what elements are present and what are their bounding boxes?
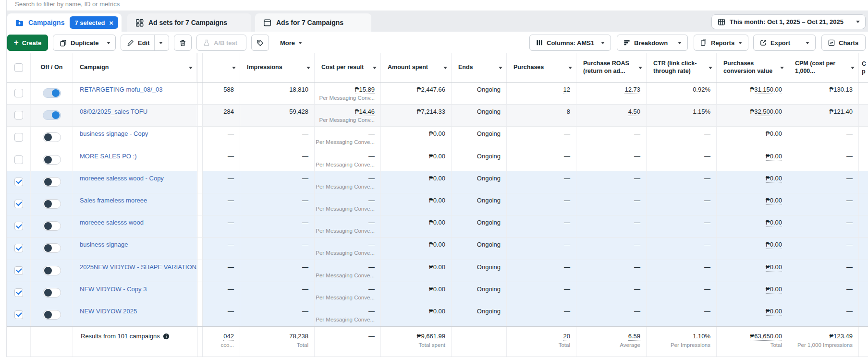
campaign-name-link[interactable]: MORE SALES PO :) bbox=[80, 153, 136, 160]
campaign-name-link[interactable]: RETARGETING mofu_08/_03 bbox=[80, 86, 162, 93]
column-header-reach-partial[interactable] bbox=[203, 53, 240, 82]
caret-down-icon bbox=[601, 42, 605, 44]
column-header-cpm[interactable]: CPM (cost per 1,000... bbox=[788, 53, 859, 82]
duplicate-button[interactable]: Duplicate bbox=[53, 35, 116, 51]
campaign-toggle[interactable] bbox=[43, 199, 61, 209]
campaign-toggle[interactable] bbox=[43, 266, 61, 275]
cell-value: — bbox=[228, 308, 234, 315]
row-checkbox[interactable] bbox=[14, 200, 23, 208]
campaign-name-link[interactable]: Sales frameless moreee bbox=[80, 197, 147, 204]
info-icon[interactable] bbox=[163, 333, 170, 340]
cell-subtext: Per Messaging Conve... bbox=[315, 250, 375, 256]
charts-label: Charts bbox=[839, 39, 858, 47]
cell-subtext: Per Messaging Conv... bbox=[315, 95, 375, 101]
campaign-name-link[interactable]: business signage - Copy bbox=[80, 130, 148, 137]
column-header-amount-spent[interactable]: Amount spent bbox=[381, 53, 452, 82]
table-row: Sales frameless moreee———Per Messaging C… bbox=[7, 193, 868, 215]
reports-label: Reports bbox=[711, 39, 734, 47]
row-checkbox[interactable] bbox=[14, 222, 23, 230]
cell-value: — bbox=[302, 219, 308, 226]
search-placeholder: Search to filter by name, ID or metrics bbox=[15, 0, 120, 8]
cell-value: — bbox=[368, 308, 375, 315]
campaign-name-link[interactable]: NEW VIDYOW - Copy 3 bbox=[80, 286, 147, 293]
clear-selection-icon[interactable]: × bbox=[109, 19, 113, 26]
trash-icon bbox=[179, 39, 187, 47]
column-header-cost-per-result[interactable]: Cost per result bbox=[315, 53, 381, 82]
row-checkbox[interactable] bbox=[14, 111, 23, 119]
campaign-name-link[interactable]: 2025NEW VIDYOW - SHAPE VARIATIONS E... bbox=[80, 263, 197, 271]
campaign-name-link[interactable]: moreeee salesss wood - Copy bbox=[80, 175, 164, 182]
campaign-toggle[interactable] bbox=[43, 288, 61, 298]
columns-button[interactable]: Columns: AMS1 bbox=[529, 35, 611, 51]
column-header-purchases[interactable]: Purchases bbox=[507, 53, 576, 82]
row-checkbox[interactable] bbox=[14, 288, 23, 297]
column-header-campaign[interactable]: Campaign bbox=[73, 53, 197, 82]
sort-caret-icon bbox=[443, 67, 447, 69]
row-checkbox[interactable] bbox=[14, 310, 23, 319]
cell-value: 588 bbox=[223, 86, 234, 93]
export-button[interactable]: Export bbox=[753, 35, 816, 51]
frozen-pane-divider bbox=[197, 282, 203, 304]
cell-value: ₱7,214.33 bbox=[417, 108, 445, 115]
campaign-toggle[interactable] bbox=[43, 88, 61, 98]
results-summary-label: Results from 101 campaigns bbox=[81, 333, 160, 340]
campaign-toggle[interactable] bbox=[43, 110, 61, 120]
column-header-purchase-roas[interactable]: Purchase ROAS (return on ad... bbox=[576, 53, 647, 82]
cell-value: Ongoing bbox=[477, 175, 501, 182]
campaign-toggle[interactable] bbox=[43, 132, 61, 142]
charts-button[interactable]: Charts bbox=[821, 35, 866, 51]
cell-value: Ongoing bbox=[477, 263, 501, 271]
column-header-cutoff[interactable]: Cp bbox=[859, 53, 868, 82]
tab-campaigns[interactable]: Campaigns 7 selected × bbox=[7, 13, 122, 32]
tab-campaigns-label: Campaigns bbox=[28, 19, 64, 26]
search-input[interactable]: Search to filter by name, ID or metrics bbox=[7, 0, 868, 11]
column-header-ctr[interactable]: CTR (link click-through rate) bbox=[647, 53, 717, 82]
row-checkbox[interactable] bbox=[14, 155, 23, 164]
date-range-picker[interactable]: This month: Oct 1, 2025 – Oct 21, 2025 bbox=[711, 14, 866, 29]
cell-subtext: Per Messaging Conve... bbox=[315, 139, 375, 145]
create-button[interactable]: + Create bbox=[7, 35, 48, 51]
caret-down-icon[interactable] bbox=[107, 42, 110, 44]
caret-down-icon[interactable] bbox=[806, 42, 809, 44]
select-all-checkbox[interactable] bbox=[14, 63, 23, 72]
campaign-name-link[interactable]: 08/02/2025_sales TOFU bbox=[80, 108, 147, 115]
campaigns-table: Off / On Campaign Impressions Cost per r… bbox=[7, 53, 868, 357]
campaign-toggle[interactable] bbox=[43, 155, 61, 165]
column-header-purchases-conversion-value[interactable]: Purchases conversion value bbox=[717, 53, 788, 82]
breakdown-button[interactable]: Breakdown bbox=[617, 35, 688, 51]
caret-down-icon bbox=[678, 42, 682, 44]
edit-button[interactable]: Edit bbox=[121, 35, 169, 51]
create-label: Create bbox=[22, 39, 41, 47]
campaign-toggle[interactable] bbox=[43, 177, 61, 187]
row-checkbox[interactable] bbox=[14, 266, 23, 275]
campaign-toggle[interactable] bbox=[43, 243, 61, 253]
campaign-name-link[interactable]: business signage bbox=[80, 241, 128, 248]
footer-ctr: 1.10% bbox=[693, 333, 710, 340]
selected-count-badge[interactable]: 7 selected × bbox=[70, 16, 118, 29]
more-button[interactable]: More bbox=[274, 35, 311, 51]
ads-frame-icon bbox=[263, 18, 272, 27]
cell-value: — bbox=[846, 219, 853, 226]
ab-test-button[interactable]: A/B test bbox=[196, 35, 246, 51]
campaign-toggle[interactable] bbox=[43, 310, 61, 320]
cell-value: — bbox=[302, 175, 308, 182]
flask-icon bbox=[203, 39, 210, 47]
reports-button[interactable]: Reports bbox=[694, 35, 748, 51]
ab-test-label: A/B test bbox=[214, 39, 237, 47]
cell-value: Ongoing bbox=[477, 108, 501, 115]
campaign-name-link[interactable]: moreeee salesss wood bbox=[80, 219, 144, 226]
tag-button[interactable] bbox=[251, 35, 269, 51]
campaign-name-link[interactable]: NEW VIDYOW 2025 bbox=[80, 308, 137, 315]
column-header-impressions[interactable]: Impressions bbox=[240, 53, 315, 82]
row-checkbox[interactable] bbox=[14, 244, 23, 252]
delete-button[interactable] bbox=[174, 35, 192, 51]
column-header-ends[interactable]: Ends bbox=[452, 53, 507, 82]
row-checkbox[interactable] bbox=[14, 89, 23, 97]
campaign-toggle[interactable] bbox=[43, 221, 61, 231]
row-checkbox[interactable] bbox=[14, 133, 23, 142]
footer-cost-per-result: — bbox=[368, 333, 375, 340]
tab-adsets[interactable]: Ad sets for 7 Campaigns bbox=[127, 13, 251, 32]
caret-down-icon[interactable] bbox=[159, 42, 163, 44]
tab-ads[interactable]: Ads for 7 Campaigns bbox=[255, 13, 371, 32]
row-checkbox[interactable] bbox=[14, 178, 23, 186]
